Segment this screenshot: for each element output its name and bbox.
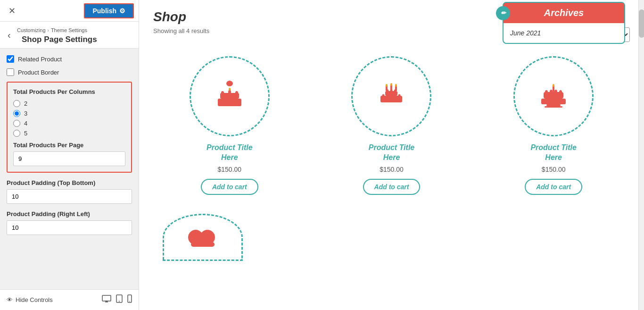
svg-point-26 (394, 90, 396, 93)
hide-controls-label: Hide Controls (16, 296, 53, 303)
svg-point-38 (554, 90, 557, 93)
product-border-checkbox-row: Product Border (7, 68, 132, 76)
svg-point-12 (221, 91, 224, 95)
svg-rect-9 (229, 81, 230, 83)
svg-point-39 (559, 90, 562, 94)
columns-radio-2[interactable] (13, 100, 20, 107)
main-content: ✏ Archives June 2021 Shop Showing all 4 … (139, 0, 644, 310)
svg-point-24 (387, 90, 389, 93)
columns-option-5: 5 (13, 130, 125, 137)
gear-icon: ⚙ (119, 7, 125, 15)
related-product-checkbox-row: Related Product (7, 55, 132, 63)
svg-point-30 (390, 94, 393, 97)
columns-label-3: 3 (24, 110, 27, 117)
columns-radio-group: 2 3 4 5 (13, 100, 125, 137)
breadcrumb: Customizing › Theme Settings (17, 27, 132, 33)
padding-right-left-input[interactable] (7, 220, 132, 235)
svg-rect-0 (102, 295, 111, 301)
columns-section: Total Products Per Columns 2 3 4 5 (7, 82, 132, 173)
columns-label-4: 4 (24, 120, 27, 127)
padding-top-bottom-input[interactable] (7, 189, 132, 204)
svg-point-7 (129, 301, 130, 302)
back-arrow-button[interactable]: ‹ (3, 23, 16, 47)
svg-point-25 (390, 89, 393, 92)
product-border-label: Product Border (18, 69, 59, 76)
tablet-view-button[interactable] (116, 294, 123, 305)
right-scrollbar (638, 0, 644, 310)
svg-point-16 (229, 88, 231, 91)
product-card-2: Product TitleHere $150.00 Add to cart (315, 51, 468, 200)
per-page-label: Total Products Per Page (13, 142, 125, 149)
svg-point-36 (545, 90, 548, 94)
product-title-1: Product TitleHere (158, 143, 301, 163)
product-image-4-partial (163, 214, 243, 261)
product-card-1: Product TitleHere $150.00 Add to cart (153, 51, 306, 200)
archives-widget: ✏ Archives June 2021 (503, 2, 625, 44)
archives-body: June 2021 (504, 23, 624, 43)
products-grid: Product TitleHere $150.00 Add to cart (153, 51, 630, 200)
archives-june-2021[interactable]: June 2021 (510, 29, 541, 37)
archives-header: ✏ Archives (504, 3, 624, 23)
padding-top-bottom-group: Product Padding (Top Bottom) (7, 179, 132, 204)
svg-point-14 (235, 91, 238, 95)
padding-right-left-group: Product Padding (Right Left) (7, 210, 132, 235)
product-image-2 (351, 56, 431, 136)
svg-rect-11 (218, 99, 241, 106)
columns-radio-4[interactable] (13, 120, 20, 127)
columns-option-2: 2 (13, 100, 125, 107)
columns-label-2: 2 (24, 100, 27, 107)
product-price-1: $150.00 (158, 166, 301, 173)
svg-point-34 (553, 84, 554, 87)
columns-section-title: Total Products Per Columns (13, 88, 125, 95)
product-border-checkbox[interactable] (7, 68, 14, 76)
product-price-2: $150.00 (320, 166, 463, 173)
svg-point-21 (390, 83, 392, 86)
svg-rect-42 (545, 106, 562, 108)
columns-radio-3[interactable] (13, 110, 20, 117)
archives-title: Archives (544, 8, 584, 18)
svg-rect-41 (546, 104, 561, 106)
close-button[interactable]: ✕ (5, 4, 19, 18)
add-to-cart-button-2[interactable]: Add to cart (363, 179, 421, 195)
mobile-view-button[interactable] (127, 294, 132, 305)
related-product-label: Related Product (18, 56, 62, 63)
hide-controls-button[interactable]: 👁 Hide Controls (7, 296, 53, 303)
scroll-thumb (639, 9, 644, 38)
edit-pencil-icon[interactable]: ✏ (496, 6, 510, 20)
svg-point-37 (550, 90, 553, 93)
add-to-cart-button-3[interactable]: Add to cart (525, 179, 582, 195)
svg-point-5 (119, 301, 120, 302)
related-product-checkbox[interactable] (7, 55, 14, 63)
product-image-3 (513, 56, 594, 136)
svg-point-20 (386, 84, 388, 87)
sidebar-bottom: 👁 Hide Controls (0, 289, 139, 310)
per-page-input[interactable] (13, 151, 125, 166)
product-price-3: $150.00 (482, 166, 625, 173)
columns-label-5: 5 (24, 130, 27, 137)
product-title-2: Product TitleHere (320, 143, 463, 163)
publish-button[interactable]: Publish ⚙ (84, 3, 134, 18)
svg-point-32 (398, 94, 401, 98)
add-to-cart-button-1[interactable]: Add to cart (201, 179, 258, 195)
padding-right-left-label: Product Padding (Right Left) (7, 210, 132, 218)
sidebar-top-bar: ✕ Publish ⚙ (0, 0, 139, 22)
svg-rect-40 (541, 99, 566, 104)
product-title-3: Product TitleHere (482, 143, 625, 163)
desktop-view-button[interactable] (102, 294, 111, 305)
breadcrumb-arrow: › (48, 28, 49, 33)
product-card-4-partial (163, 214, 630, 261)
svg-point-28 (382, 94, 385, 98)
product-image-1 (190, 56, 270, 136)
svg-point-31 (394, 94, 396, 97)
view-icons (102, 294, 132, 305)
page-settings-title: Shop Page Settings (22, 35, 132, 44)
svg-point-29 (387, 94, 389, 97)
columns-radio-5[interactable] (13, 130, 20, 137)
sidebar-content: Related Product Product Border Total Pro… (0, 49, 139, 289)
sidebar-nav: ‹ Customizing › Theme Settings Shop Page… (0, 22, 139, 49)
columns-option-3: 3 (13, 110, 125, 117)
publish-label: Publish (92, 7, 116, 15)
product-card-3: Product TitleHere $150.00 Add to cart (477, 51, 630, 200)
svg-rect-45 (191, 242, 215, 247)
breadcrumb-theme-settings: Theme Settings (51, 27, 87, 33)
